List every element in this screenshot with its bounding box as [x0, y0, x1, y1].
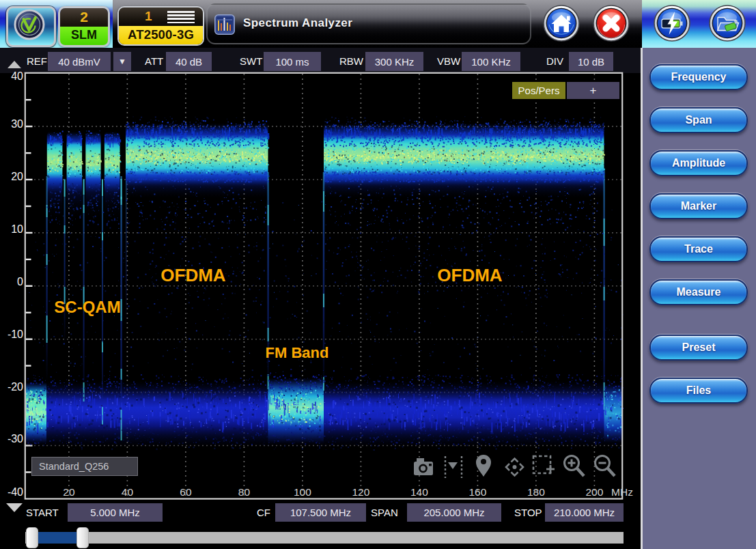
- svg-text:OFDMA: OFDMA: [437, 265, 503, 285]
- svg-text:140: 140: [410, 486, 428, 498]
- svg-text:100: 100: [294, 486, 311, 498]
- svg-text:20: 20: [63, 486, 75, 498]
- svg-text:80: 80: [238, 486, 251, 498]
- svg-text:160: 160: [468, 486, 486, 498]
- svg-text:OFDMA: OFDMA: [160, 265, 226, 285]
- svg-text:40: 40: [122, 486, 134, 498]
- svg-text:180: 180: [527, 486, 545, 498]
- svg-text:200: 200: [585, 486, 603, 498]
- svg-text:FM Band: FM Band: [266, 344, 329, 361]
- svg-text:SC-QAM: SC-QAM: [54, 298, 120, 316]
- svg-text:120: 120: [352, 486, 369, 498]
- svg-text:60: 60: [180, 486, 192, 498]
